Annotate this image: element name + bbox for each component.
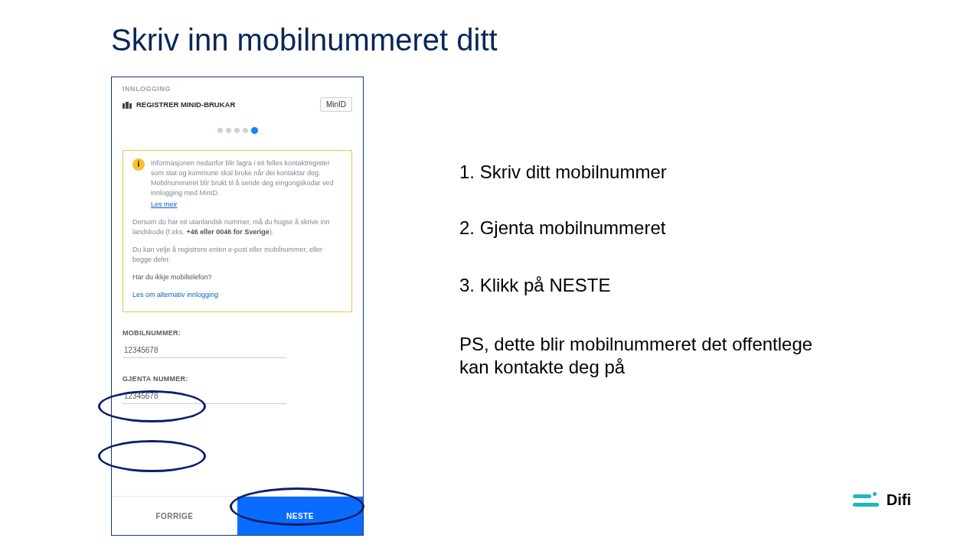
info-p1: Informasjonen nedanfor blir lagra i eit … [151, 159, 334, 197]
difi-logo: Difi [853, 491, 911, 509]
repeat-label: GJENTA NUMMER: [122, 375, 352, 383]
info-p3: Du kan velje å registrere enten e-post e… [132, 245, 342, 265]
alt-login-link[interactable]: Les om alternativ innlogging [132, 290, 342, 300]
register-heading: REGISTRER MINID-BRUKAR [122, 100, 235, 109]
register-label: REGISTRER MINID-BRUKAR [136, 100, 235, 109]
nav-buttons: FORRIGE NESTE [112, 496, 363, 535]
mobile-input[interactable] [122, 343, 286, 358]
mobile-label: MOBILNUMMER: [122, 329, 352, 337]
instruction-1: 1. Skriv ditt mobilnummer [459, 161, 667, 184]
slide: Skriv inn mobilnummeret ditt INNLOGGING … [0, 0, 980, 551]
page-title: Skriv inn mobilnummeret ditt [111, 23, 498, 57]
info-icon: i [132, 158, 145, 171]
info-box: i Informasjonen nedanfor blir lagra i ei… [122, 150, 352, 312]
next-button[interactable]: NESTE [237, 497, 363, 535]
instruction-ps: PS, dette blir mobilnummeret det offentl… [459, 333, 827, 379]
login-label: INNLOGGING [122, 85, 352, 93]
instruction-2: 2. Gjenta mobilnummeret [459, 217, 665, 240]
repeat-input[interactable] [122, 389, 286, 404]
difi-logo-text: Difi [887, 491, 911, 509]
instruction-3: 3. Klikk på NESTE [459, 274, 610, 297]
info-p2: Dersom du har eit utanlandsk nummer, må … [132, 217, 342, 237]
minid-panel: INNLOGGING REGISTRER MINID-BRUKAR MinID … [111, 77, 364, 536]
progress-dots [122, 122, 352, 136]
castle-icon [122, 101, 132, 109]
difi-mark-icon [853, 492, 879, 509]
prev-button[interactable]: FORRIGE [112, 497, 237, 535]
read-more-link[interactable]: Les meir [151, 200, 178, 210]
minid-brand-badge: MinID [320, 97, 352, 112]
info-question: Har du ikkje mobiltelefon? [132, 272, 342, 282]
